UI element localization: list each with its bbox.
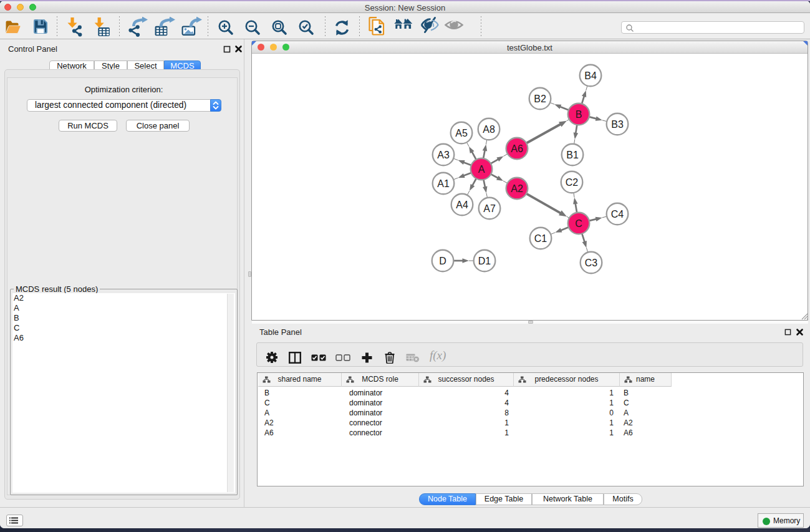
svg-text:C4: C4 bbox=[611, 209, 624, 220]
svg-text:B3: B3 bbox=[611, 119, 624, 130]
svg-text:A7: A7 bbox=[483, 203, 496, 214]
svg-text:A6: A6 bbox=[511, 143, 523, 154]
svg-text:A3: A3 bbox=[437, 150, 450, 160]
svg-text:C: C bbox=[575, 218, 582, 229]
svg-text:A8: A8 bbox=[483, 124, 495, 135]
svg-text:B: B bbox=[576, 109, 582, 120]
svg-text:C2: C2 bbox=[566, 177, 579, 188]
svg-text:B4: B4 bbox=[584, 70, 597, 81]
svg-text:A: A bbox=[478, 164, 485, 175]
svg-text:D1: D1 bbox=[478, 256, 491, 266]
svg-text:B2: B2 bbox=[534, 94, 546, 104]
svg-text:C3: C3 bbox=[585, 258, 598, 268]
svg-text:D: D bbox=[439, 256, 446, 266]
svg-text:A1: A1 bbox=[437, 178, 450, 189]
svg-text:B1: B1 bbox=[566, 150, 579, 160]
svg-text:A2: A2 bbox=[511, 183, 523, 194]
svg-text:A5: A5 bbox=[455, 128, 468, 138]
svg-text:A4: A4 bbox=[456, 200, 468, 210]
svg-text:C1: C1 bbox=[534, 233, 547, 244]
